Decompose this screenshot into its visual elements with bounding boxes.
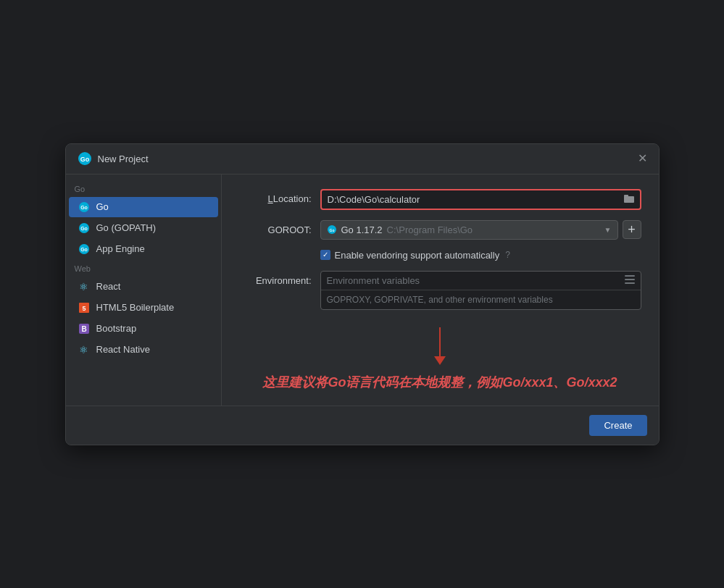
goroot-wrap: Go Go 1.17.2 C:\Program Files\Go ▼ + [320,220,641,240]
location-input[interactable] [328,190,621,209]
goroot-version: Go 1.17.2 [341,224,383,235]
dialog-title: New Project [98,154,638,164]
svg-text:Go: Go [80,247,88,252]
sidebar-item-bootstrap-label: Bootstrap [96,323,137,334]
help-icon[interactable]: ? [505,250,510,260]
sidebar-item-go-gopath[interactable]: Go Go (GOPATH) [69,218,218,238]
sidebar-item-react-native-label: React Native [96,344,150,355]
checkmark-icon: ✓ [323,251,328,259]
svg-text:Go: Go [80,205,88,210]
go-icon: Go [78,201,91,214]
svg-rect-13 [624,195,628,197]
sidebar-item-html5-label: HTML5 Boilerplate [96,302,175,313]
close-button[interactable]: ✕ [638,153,647,164]
environment-label: Environment: [239,271,312,286]
svg-rect-16 [625,275,635,277]
svg-rect-12 [624,196,634,203]
env-list-icon[interactable] [622,272,638,289]
sidebar-item-html5[interactable]: 5 HTML5 Boilerplate [69,298,218,318]
svg-text:Go: Go [80,226,88,231]
annotation-text: 这里建议将Go语言代码在本地规整，例如Go/xxx1、Go/xxx2 [262,374,617,391]
go-version-icon: Go [327,224,337,235]
sidebar-item-react-label: React [96,281,121,292]
environment-hint: GOPROXY, GOPRIVATE, and other environmen… [321,290,641,309]
svg-text:B: B [81,325,86,333]
sidebar-item-react-native[interactable]: ⚛ React Native [69,340,218,360]
goroot-label: GOROOT: [239,220,312,235]
react-icon: ⚛ [78,280,91,293]
app-logo: Go [78,151,92,166]
bootstrap-icon: B [78,322,91,335]
location-input-wrap [320,189,641,210]
sidebar: Go Go Go Go Go (G [66,175,222,406]
svg-text:5: 5 [82,305,86,312]
location-row: LLocation: [239,189,641,210]
goroot-row: GOROOT: Go Go 1.17.2 C:\Program Files\Go [239,220,641,240]
go-gopath-icon: Go [78,222,91,235]
new-project-dialog: Go New Project ✕ Go Go Go [65,143,659,445]
annotation-arrow [434,327,446,365]
vendoring-checkbox[interactable]: ✓ [320,250,330,260]
sidebar-item-go-gopath-label: Go (GOPATH) [96,222,157,233]
dialog-footer: Create [66,406,659,445]
create-button[interactable]: Create [589,415,646,436]
sidebar-item-app-engine-label: App Engine [96,243,145,254]
environment-wrap: GOPROXY, GOPRIVATE, and other environmen… [320,271,641,310]
svg-rect-17 [625,279,635,280]
environment-input[interactable] [327,272,622,290]
dropdown-arrow-icon: ▼ [604,226,612,234]
app-engine-icon: Go [78,243,91,256]
sidebar-item-app-engine[interactable]: Go App Engine [69,239,218,259]
environment-row: Environment: [239,271,641,310]
vendoring-label: Enable vendoring support automatically [335,250,500,261]
folder-icon[interactable] [621,190,637,208]
main-content: LLocation: [222,175,659,406]
arrow-line [439,327,441,356]
sidebar-item-go[interactable]: Go Go [69,197,218,217]
sidebar-item-bootstrap[interactable]: B Bootstrap [69,319,218,339]
svg-text:Go: Go [329,228,334,232]
vendoring-checkbox-row: ✓ Enable vendoring support automatically… [320,250,510,261]
annotation-area: 这里建议将Go语言代码在本地规整，例如Go/xxx1、Go/xxx2 [239,320,641,391]
goroot-path: C:\Program Files\Go [387,224,473,235]
goroot-select[interactable]: Go Go 1.17.2 C:\Program Files\Go ▼ [320,220,618,240]
sidebar-group-go-label: Go [66,180,221,196]
svg-rect-18 [625,282,635,284]
html5-icon: 5 [78,301,91,314]
goroot-add-button[interactable]: + [623,220,641,239]
vendoring-row: ✓ Enable vendoring support automatically… [239,250,641,261]
sidebar-item-go-label: Go [96,201,109,212]
svg-text:Go: Go [80,156,89,163]
sidebar-item-react[interactable]: ⚛ React [69,277,218,297]
react-native-icon: ⚛ [78,343,91,356]
title-bar: Go New Project ✕ [66,144,659,175]
location-label: LLocation: [239,189,312,204]
dialog-body: Go Go Go Go Go (G [66,175,659,406]
sidebar-group-web-label: Web [66,260,221,276]
arrow-head-icon [434,356,446,365]
